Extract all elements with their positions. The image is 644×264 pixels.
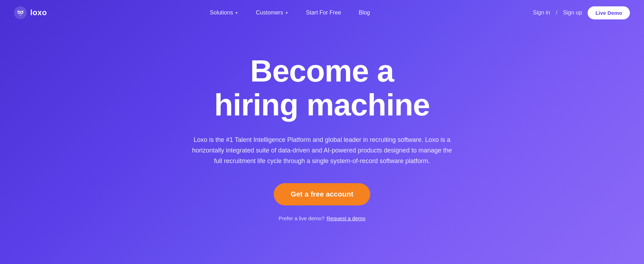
nav-solutions[interactable]: Solutions ▼	[210, 10, 239, 16]
svg-point-0	[14, 6, 27, 19]
prefer-demo-row: Prefer a live demo? Request a demo	[279, 215, 365, 221]
logo-text: loxo	[30, 8, 47, 17]
page-wrapper: loxo Solutions ▼ Customers ▼ Start For F…	[0, 0, 644, 264]
hero-headline-line2: hiring machine	[214, 87, 430, 122]
sign-in-link[interactable]: Sign in	[533, 10, 550, 16]
svg-point-5	[19, 12, 20, 13]
solutions-chevron-icon: ▼	[235, 11, 238, 15]
navbar-right: Sign in / Sign up Live Demo	[533, 6, 630, 19]
hero-headline: Become a hiring machine	[214, 54, 430, 122]
sign-up-link[interactable]: Sign up	[563, 10, 582, 16]
navbar: loxo Solutions ▼ Customers ▼ Start For F…	[0, 0, 644, 25]
nav-start-for-free[interactable]: Start For Free	[306, 10, 341, 16]
customers-chevron-icon: ▼	[285, 11, 289, 15]
nav-customers-label: Customers	[256, 10, 283, 16]
nav-start-for-free-label: Start For Free	[306, 10, 341, 16]
svg-point-4	[21, 12, 23, 13]
live-demo-button[interactable]: Live Demo	[588, 6, 630, 19]
request-demo-link[interactable]: Request a demo	[327, 215, 365, 221]
prefer-demo-text: Prefer a live demo?	[279, 215, 324, 221]
logo[interactable]: loxo	[14, 6, 47, 19]
navbar-center: Solutions ▼ Customers ▼ Start For Free B…	[47, 10, 533, 16]
sign-divider: /	[556, 10, 557, 16]
hero-section: Become a hiring machine Loxo is the #1 T…	[0, 25, 644, 264]
svg-point-3	[18, 12, 20, 13]
nav-blog-label: Blog	[359, 10, 370, 16]
nav-solutions-label: Solutions	[210, 10, 233, 16]
nav-blog[interactable]: Blog	[359, 10, 370, 16]
hero-headline-line1: Become a	[250, 53, 394, 88]
get-free-account-button[interactable]: Get a free account	[274, 183, 370, 205]
hero-subtext: Loxo is the #1 Talent Intelligence Platf…	[188, 135, 456, 166]
nav-customers[interactable]: Customers ▼	[256, 10, 288, 16]
svg-point-6	[22, 12, 23, 13]
logo-icon	[14, 6, 27, 19]
